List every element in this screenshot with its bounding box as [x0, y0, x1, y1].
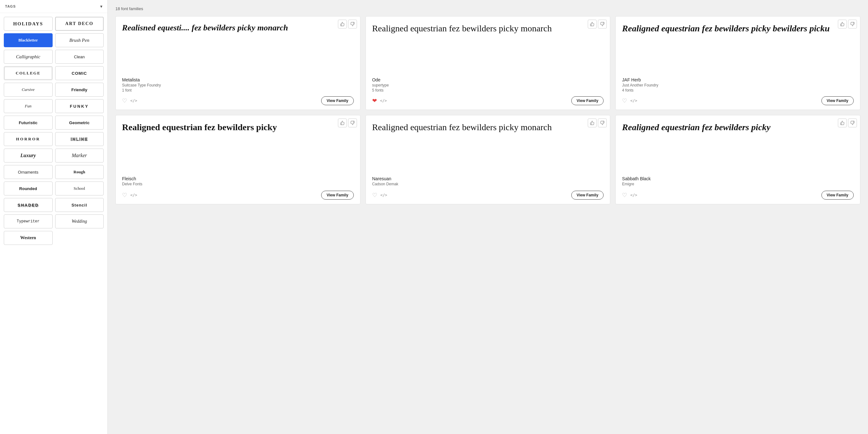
thumbup-button[interactable] [838, 119, 847, 127]
font-card-ode: Realigned equestrian fez bewilders picky… [366, 16, 611, 110]
tag-btn-marker[interactable]: Marker [55, 148, 104, 163]
font-card-metalista: Realisned equesti.... fez bewilders pick… [115, 16, 361, 110]
view-family-button[interactable]: View Family [571, 191, 603, 200]
thumbdown-button[interactable] [598, 20, 607, 29]
tag-btn-geometric[interactable]: Geometric [55, 115, 104, 130]
tags-label: TAGS [5, 4, 16, 8]
thumbup-button[interactable] [338, 119, 347, 127]
tag-btn-inline[interactable]: INLINE [55, 132, 104, 146]
tag-btn-rounded[interactable]: Rounded [4, 181, 53, 196]
tag-btn-western[interactable]: Western [4, 231, 53, 245]
thumbdown-button[interactable] [598, 119, 607, 127]
font-preview: Realigned equestrian fez bewilders picky [622, 122, 854, 133]
font-name: Naresuan [372, 176, 604, 181]
tag-btn-college[interactable]: COLLEGE [4, 66, 53, 80]
embed-button[interactable]: </> [630, 193, 637, 197]
tag-btn-funky[interactable]: FUNKY [55, 99, 104, 113]
font-preview: Realigned equestrian fez bewilders picky [122, 122, 354, 133]
view-family-button[interactable]: View Family [571, 96, 603, 105]
font-card-footer: ❤</>View Family [366, 93, 610, 110]
font-card-actions [588, 20, 607, 29]
font-card-footer: ♡</>View Family [616, 93, 860, 110]
tag-btn-brush-pen[interactable]: Brush Pen [55, 33, 104, 47]
tag-btn-luxury[interactable]: Luxury [4, 148, 53, 163]
tag-btn-school[interactable]: School [55, 181, 104, 196]
main-content: 18 font families Realisned equesti.... f… [108, 0, 868, 434]
embed-button[interactable]: </> [630, 99, 637, 103]
tag-btn-shaded[interactable]: SHADED [4, 198, 53, 212]
tags-grid: HOLIDAYSART DECOBlackletterBrush PenCall… [0, 13, 107, 249]
tag-btn-horror[interactable]: HORROR [4, 132, 53, 146]
embed-button[interactable]: </> [130, 99, 137, 103]
font-foundry: Cadson Demak [372, 182, 604, 186]
tag-btn-stencil[interactable]: Stencil [55, 198, 104, 212]
font-card-actions [838, 119, 857, 127]
tag-btn-friendly[interactable]: Friendly [55, 83, 104, 97]
font-card-info: MetalistaSuitcase Type Foundry1 font [116, 73, 360, 93]
view-family-button[interactable]: View Family [822, 96, 854, 105]
font-foundry: Emigre [622, 182, 854, 186]
tag-btn-ornaments[interactable]: Ornaments [4, 165, 53, 179]
font-name: Fleisch [122, 176, 354, 181]
font-card-actions [338, 119, 357, 127]
thumbup-button[interactable] [588, 119, 597, 127]
font-card-info: FleischDelve Fonts [116, 172, 360, 186]
font-name: Ode [372, 77, 604, 82]
font-foundry: Just Another Foundry [622, 83, 854, 88]
result-count: 18 font families [115, 6, 860, 11]
heart-button[interactable]: ♡ [122, 97, 127, 104]
tag-btn-wedding[interactable]: Wedding [55, 214, 104, 228]
embed-button[interactable]: </> [380, 99, 387, 103]
chevron-down-icon[interactable]: ▾ [100, 4, 102, 9]
font-card-info: Sabbath BlackEmigre [616, 172, 860, 186]
tag-btn-futuristic[interactable]: Futuristic [4, 115, 53, 130]
view-family-button[interactable]: View Family [321, 96, 353, 105]
tag-btn-calligraphic[interactable]: Calligraphic [4, 50, 53, 64]
font-card-info: JAF HerbJust Another Foundry4 fonts [616, 73, 860, 93]
tag-btn-typewriter[interactable]: Typewriter [4, 214, 53, 228]
tag-btn-comic[interactable]: COMIC [55, 66, 104, 80]
font-name: JAF Herb [622, 77, 854, 82]
font-foundry: supertype [372, 83, 604, 88]
tag-btn-fun[interactable]: Fun [4, 99, 53, 113]
heart-button[interactable]: ❤ [372, 97, 377, 104]
font-count: 1 font [122, 88, 354, 93]
font-card-footer: ♡</>View Family [616, 187, 860, 204]
thumbup-button[interactable] [338, 20, 347, 29]
font-card-footer: ♡</>View Family [366, 187, 610, 204]
embed-button[interactable]: </> [130, 193, 137, 197]
heart-button[interactable]: ♡ [622, 97, 627, 104]
font-preview: Realigned equestrian fez bewilders picky… [372, 23, 604, 34]
sidebar-header: TAGS ▾ [0, 0, 107, 13]
thumbdown-button[interactable] [848, 20, 857, 29]
embed-button[interactable]: </> [380, 193, 388, 197]
thumbdown-button[interactable] [348, 119, 357, 127]
tag-btn-art-deco[interactable]: ART DECO [55, 17, 104, 31]
heart-button[interactable]: ♡ [622, 192, 627, 199]
font-card-info: Odesupertype5 fonts [366, 73, 610, 93]
tag-btn-cursive[interactable]: Cursive [4, 83, 53, 97]
tag-btn-clean[interactable]: Clean [55, 50, 104, 64]
font-foundry: Suitcase Type Foundry [122, 83, 354, 88]
font-card-actions [838, 20, 857, 29]
view-family-button[interactable]: View Family [822, 191, 854, 200]
thumbdown-button[interactable] [348, 20, 357, 29]
view-family-button[interactable]: View Family [321, 191, 353, 200]
thumbup-button[interactable] [838, 20, 847, 29]
thumbdown-button[interactable] [848, 119, 857, 127]
sidebar: TAGS ▾ HOLIDAYSART DECOBlackletterBrush … [0, 0, 108, 434]
font-card-top: Realigned equestrian fez bewilders picky… [616, 16, 860, 73]
thumbup-button[interactable] [588, 20, 597, 29]
font-card-top: Realigned equestrian fez bewilders picky… [366, 16, 610, 73]
tag-btn-holidays[interactable]: HOLIDAYS [4, 17, 53, 31]
font-card-actions [338, 20, 357, 29]
tag-btn-blackletter[interactable]: Blackletter [4, 33, 53, 47]
font-card-top: Realigned equestrian fez bewilders picky… [366, 115, 610, 172]
tag-btn-rough[interactable]: Rough [55, 165, 104, 179]
font-card-top: Realigned equestrian fez bewilders picky [616, 115, 860, 172]
font-count: 4 fonts [622, 88, 854, 93]
heart-button[interactable]: ♡ [372, 192, 377, 199]
font-grid: Realisned equesti.... fez bewilders pick… [115, 16, 860, 204]
font-card-actions [588, 119, 607, 127]
heart-button[interactable]: ♡ [122, 192, 127, 199]
